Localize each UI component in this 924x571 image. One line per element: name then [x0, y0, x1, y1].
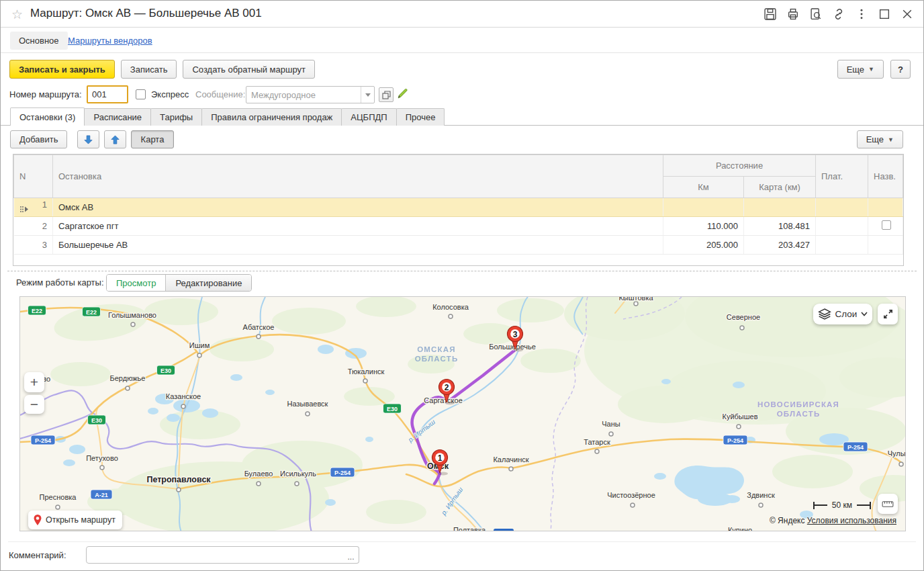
save-button[interactable]: Записать: [121, 60, 177, 79]
create-reverse-route-button[interactable]: Создать обратный маршрут: [183, 60, 315, 79]
road-fragment: [494, 529, 514, 531]
tab-other[interactable]: Прочее: [396, 108, 445, 126]
town-dot: [737, 425, 741, 429]
town-label: Чулым: [888, 449, 906, 457]
region-label: ОБЛАСТЬ: [777, 410, 821, 418]
col-header-name[interactable]: Назв.: [868, 155, 903, 198]
town-label: Петухово: [86, 454, 118, 462]
mode-view-button[interactable]: Просмотр: [107, 275, 166, 291]
close-icon[interactable]: [900, 7, 914, 21]
col-header-distance[interactable]: Расстояние: [663, 155, 816, 177]
town-dot: [740, 326, 744, 330]
table-row[interactable]: 1 Омск АВ: [14, 198, 903, 217]
fullscreen-button[interactable]: [878, 304, 898, 324]
mode-edit-button[interactable]: Редактирование: [166, 275, 251, 291]
page-title: Маршрут: Омск АВ — Большеречье АВ 001: [30, 7, 262, 20]
message-select[interactable]: Междугородное: [246, 86, 375, 103]
chevron-down-icon: [861, 312, 868, 316]
print-icon[interactable]: [786, 7, 800, 21]
comment-input[interactable]: [86, 546, 344, 564]
town-dot: [295, 482, 299, 486]
add-stop-button[interactable]: Добавить: [10, 130, 67, 148]
tab-tariffs[interactable]: Тарифы: [150, 108, 202, 126]
move-up-button[interactable]: [104, 130, 126, 148]
ruler-button[interactable]: [878, 494, 898, 514]
stops-more-button[interactable]: Еще▼: [857, 130, 903, 148]
town-dot: [759, 503, 763, 507]
open-message-button[interactable]: [379, 87, 394, 102]
town-label: Здвинск: [747, 491, 775, 499]
message-value: Междугородное: [246, 90, 361, 100]
nav-row: Основное Маршруты вендоров: [1, 28, 923, 53]
tab-stops[interactable]: Остановки (3): [10, 107, 85, 126]
favorite-star-icon[interactable]: ☆: [11, 7, 23, 22]
region-label: НОВОСИБИРСКАЯ: [757, 400, 839, 408]
tab-sales-rules[interactable]: Правила ограничения продаж: [201, 108, 342, 126]
route-number-input[interactable]: [87, 85, 128, 103]
stops-toolbar: Добавить Карта Еще▼: [1, 130, 923, 148]
save-close-button[interactable]: Записать и закрыть: [9, 60, 115, 79]
comment-label: Комментарий:: [9, 550, 66, 560]
town-dot: [363, 379, 367, 383]
col-header-stop[interactable]: Остановка: [53, 155, 663, 198]
edit-pencil-icon[interactable]: [397, 88, 408, 101]
col-header-map-km[interactable]: Карта (км): [744, 177, 816, 198]
map-mode-switch: Просмотр Редактирование: [106, 274, 252, 292]
terms-link[interactable]: Условия использования: [807, 516, 896, 525]
route-number-label: Номер маршрута:: [9, 89, 82, 99]
layers-icon: [818, 308, 831, 320]
town-dot: [181, 404, 185, 408]
map-copyright: © Яндекс Условия использования: [770, 516, 896, 525]
open-route-button[interactable]: Открыть маршрут: [28, 511, 122, 529]
town-label: Полтавка: [453, 526, 486, 531]
more-button[interactable]: Еще▼: [837, 60, 884, 79]
town-dot: [631, 503, 635, 507]
more-menu-icon[interactable]: [855, 7, 868, 21]
tab-schedule[interactable]: Расписание: [84, 108, 151, 126]
scale-bar: 50 км: [813, 500, 871, 510]
move-down-button[interactable]: [77, 130, 99, 148]
stop-cell[interactable]: Большеречье АВ: [53, 236, 663, 255]
stops-table: N Остановка Расстояние Плат. Назв. Км Ка…: [13, 154, 904, 266]
tab-acbpdp[interactable]: АЦБПДП: [341, 108, 396, 126]
town-label: Называевск: [287, 400, 328, 408]
name-checkbox[interactable]: [882, 220, 891, 230]
save-icon[interactable]: [764, 7, 777, 21]
town-label: Татарск: [584, 438, 610, 446]
express-checkbox[interactable]: [136, 89, 146, 99]
map-image[interactable]: ГолышмановоАбатскоеИшимБердюжьеКазанское…: [20, 297, 906, 531]
town-label: Абатское: [243, 323, 275, 331]
command-bar: Записать и закрыть Записать Создать обра…: [9, 60, 315, 79]
col-header-paid[interactable]: Плат.: [816, 155, 868, 198]
tab-main[interactable]: Основное: [10, 32, 68, 50]
maximize-icon[interactable]: [878, 7, 891, 21]
comment-row: Комментарий: ...: [1, 546, 923, 564]
road-shield-label: А-21: [95, 492, 108, 498]
zoom-in-button[interactable]: +: [24, 372, 44, 392]
table-row[interactable]: 2 Саргатское пгт 110.000 108.481: [14, 217, 903, 236]
stop-cell[interactable]: Омск АВ: [53, 198, 663, 217]
scale-label: 50 км: [827, 500, 857, 510]
town-label: Купино: [728, 526, 752, 531]
dropdown-arrow-icon[interactable]: [361, 87, 374, 103]
splitter[interactable]: [7, 271, 917, 271]
link-icon[interactable]: [832, 7, 845, 21]
help-button[interactable]: ?: [890, 60, 911, 79]
map-toggle-button[interactable]: Карта: [131, 130, 174, 148]
stop-cell[interactable]: Саргатское пгт: [53, 217, 663, 236]
town-dot: [197, 353, 201, 357]
vendor-routes-link[interactable]: Маршруты вендоров: [68, 36, 152, 46]
layers-button[interactable]: Слои: [813, 304, 872, 324]
table-row[interactable]: 3 Большеречье АВ 205.000 203.427: [14, 236, 903, 255]
road-shield-label: E30: [160, 367, 171, 374]
preview-icon[interactable]: [809, 7, 823, 21]
zoom-out-button[interactable]: −: [24, 395, 44, 414]
expand-icon: [883, 309, 893, 319]
col-header-n[interactable]: N: [14, 155, 53, 198]
town-dot: [56, 505, 60, 509]
map-canvas[interactable]: ГолышмановоАбатскоеИшимБердюжьеКазанское…: [19, 296, 906, 531]
town-label: Куйбышев: [722, 412, 757, 421]
col-header-km[interactable]: Км: [663, 177, 744, 198]
detail-tabs: Остановки (3) Расписание Тарифы Правила …: [1, 107, 923, 126]
comment-ellipsis-button[interactable]: ...: [343, 546, 359, 564]
